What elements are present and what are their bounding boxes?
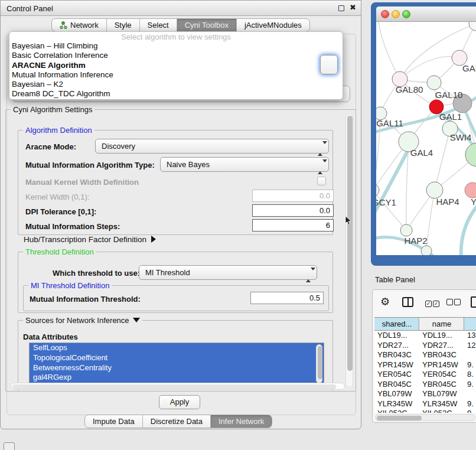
- cell[interactable]: 9.: [464, 399, 476, 409]
- docked-panel-icon[interactable]: [4, 442, 15, 450]
- node-gcy1[interactable]: [376, 184, 379, 197]
- gear-icon[interactable]: ⚙: [380, 295, 390, 308]
- tab-cyni-toolbox[interactable]: Cyni Toolbox: [177, 19, 237, 31]
- data-attributes-list[interactable]: SelfLoops TopologicalCoefficient Between…: [29, 343, 324, 386]
- list-item[interactable]: SelfLoops: [30, 343, 324, 353]
- tab-discretize-data[interactable]: Discretize Data: [143, 415, 211, 428]
- cell[interactable]: YER054C: [374, 370, 419, 380]
- table-horizontal-scrollbar[interactable]: [375, 414, 475, 421]
- settings-vertical-scrollbar-thumb[interactable]: [347, 116, 353, 371]
- cell[interactable]: 9.: [464, 380, 476, 390]
- close-icon[interactable]: ✖: [350, 3, 356, 12]
- list-item[interactable]: TopologicalCoefficient: [30, 353, 324, 363]
- table-row[interactable]: YER054C YER054C 8.: [374, 370, 476, 380]
- popup-item[interactable]: Bayesian – K2: [9, 80, 343, 89]
- document-icon[interactable]: [471, 296, 476, 308]
- dpi-tolerance-field[interactable]: 0.0: [252, 204, 334, 217]
- node-green-large[interactable]: [465, 143, 476, 167]
- column-header-shared-name[interactable]: shared...: [374, 318, 419, 330]
- table-horizontal-scrollbar-thumb[interactable]: [377, 416, 422, 420]
- tab-infer-network[interactable]: Infer Network: [211, 415, 272, 428]
- cell[interactable]: YBL079W: [374, 389, 419, 399]
- cell[interactable]: YBR043C: [419, 350, 464, 360]
- cell[interactable]: YDR27...: [374, 341, 419, 351]
- node-gal10[interactable]: [427, 76, 441, 90]
- cell[interactable]: 12: [464, 341, 476, 351]
- close-traffic-light-icon[interactable]: [381, 10, 389, 18]
- cell[interactable]: YIL052C: [374, 409, 419, 413]
- cell[interactable]: YBL079W: [419, 389, 464, 399]
- tab-impute-data[interactable]: Impute Data: [85, 415, 143, 428]
- attributes-list-scrollbar-thumb[interactable]: [318, 346, 322, 379]
- zoom-traffic-light-icon[interactable]: [402, 10, 410, 18]
- popup-item[interactable]: Basic Correlation Inference: [9, 51, 343, 60]
- cell[interactable]: YLR345W: [374, 399, 419, 409]
- table-row[interactable]: YIL052C YIL052C 9: [374, 409, 476, 413]
- kernel-width-field[interactable]: 0.0: [252, 190, 334, 202]
- column-header-partial[interactable]: [464, 318, 476, 330]
- sources-title[interactable]: Sources for Network Inference: [23, 316, 142, 325]
- cell[interactable]: 9: [464, 409, 476, 413]
- popup-item[interactable]: Bayesian – Hill Climbing: [9, 41, 343, 51]
- aracne-mode-combobox[interactable]: Discovery: [95, 139, 329, 154]
- mi-type-combobox[interactable]: Naive Bayes: [160, 157, 329, 172]
- which-threshold-combobox[interactable]: MI Threshold: [139, 265, 317, 280]
- columns-icon[interactable]: [402, 297, 413, 307]
- popup-item-selected[interactable]: ARACNE Algorithm: [9, 61, 343, 70]
- network-window[interactable]: GAL GAL80 GAL10 GAL1 GAL11 SWI4 GAL4 GCY…: [376, 6, 476, 255]
- tab-jactivemnodules[interactable]: jActiveMNodules: [237, 19, 309, 31]
- table-row[interactable]: YBL079W YBL079W: [374, 389, 476, 399]
- table-row[interactable]: YDL19... YDL19... 13: [374, 331, 476, 341]
- settings-vertical-scrollbar[interactable]: [345, 113, 353, 387]
- float-window-icon[interactable]: [338, 5, 344, 11]
- list-item[interactable]: BetweennessCentrality: [30, 363, 324, 373]
- cell[interactable]: YLR345W: [419, 399, 464, 409]
- table-row[interactable]: YLR345W YLR345W 9.: [374, 399, 476, 409]
- settings-horizontal-scrollbar[interactable]: [11, 383, 345, 390]
- node[interactable]: [469, 22, 476, 31]
- cell[interactable]: YBR045C: [374, 380, 419, 390]
- cell[interactable]: YDL19...: [374, 331, 419, 341]
- cell[interactable]: [464, 389, 476, 399]
- network-canvas[interactable]: GAL GAL80 GAL10 GAL1 GAL11 SWI4 GAL4 GCY…: [376, 22, 476, 255]
- deselect-all-icon[interactable]: [446, 298, 461, 307]
- table-row[interactable]: YPR145W YPR145W 9.: [374, 360, 476, 370]
- tab-select[interactable]: Select: [140, 19, 177, 31]
- network-window-titlebar[interactable]: [376, 6, 476, 22]
- node-hap4[interactable]: [426, 182, 443, 198]
- node-hap2[interactable]: [400, 224, 412, 236]
- cell[interactable]: YPR145W: [374, 360, 419, 370]
- settings-horizontal-scrollbar-thumb[interactable]: [12, 384, 336, 389]
- popup-item[interactable]: Mutual Information Inference: [9, 70, 343, 80]
- cell[interactable]: YPR145W: [419, 360, 464, 370]
- cell[interactable]: YER054C: [419, 370, 464, 380]
- cell[interactable]: 9.: [464, 360, 476, 370]
- tab-network[interactable]: Network: [52, 19, 107, 31]
- manual-kernel-checkbox[interactable]: [317, 177, 326, 185]
- popup-item[interactable]: Dream8 DC_TDC Algorithm: [9, 89, 343, 99]
- cell[interactable]: YIL052C: [419, 409, 464, 413]
- attributes-list-scrollbar[interactable]: [316, 344, 322, 383]
- node[interactable]: [421, 246, 432, 255]
- cell[interactable]: YBR043C: [374, 350, 419, 360]
- mi-threshold-field[interactable]: 0.5: [250, 292, 324, 304]
- cell[interactable]: YDR27...: [419, 341, 464, 351]
- tab-style[interactable]: Style: [107, 19, 140, 31]
- focused-combobox-fragment[interactable]: [320, 55, 338, 74]
- minimize-traffic-light-icon[interactable]: [392, 10, 400, 18]
- cell[interactable]: 13: [464, 331, 476, 341]
- list-item[interactable]: gal4RGexp: [30, 373, 324, 383]
- cell[interactable]: YBR045C: [419, 380, 464, 390]
- table-row[interactable]: YBR045C YBR045C 9.: [374, 380, 476, 390]
- select-all-icon[interactable]: ✓✓: [425, 298, 439, 307]
- apply-button[interactable]: Apply: [159, 395, 200, 409]
- table-row[interactable]: YDR27... YDR27... 12: [374, 341, 476, 351]
- cell[interactable]: 8.: [464, 370, 476, 380]
- cell[interactable]: [464, 350, 476, 360]
- mi-steps-field[interactable]: 6: [252, 219, 334, 231]
- node-salmon[interactable]: [465, 182, 476, 198]
- column-header-name[interactable]: name: [419, 318, 464, 330]
- cell[interactable]: YDL19...: [419, 331, 464, 341]
- table-row[interactable]: YBR043C YBR043C: [374, 350, 476, 360]
- hub-definition-disclosure[interactable]: Hub/Transcription Factor Definition: [24, 235, 156, 244]
